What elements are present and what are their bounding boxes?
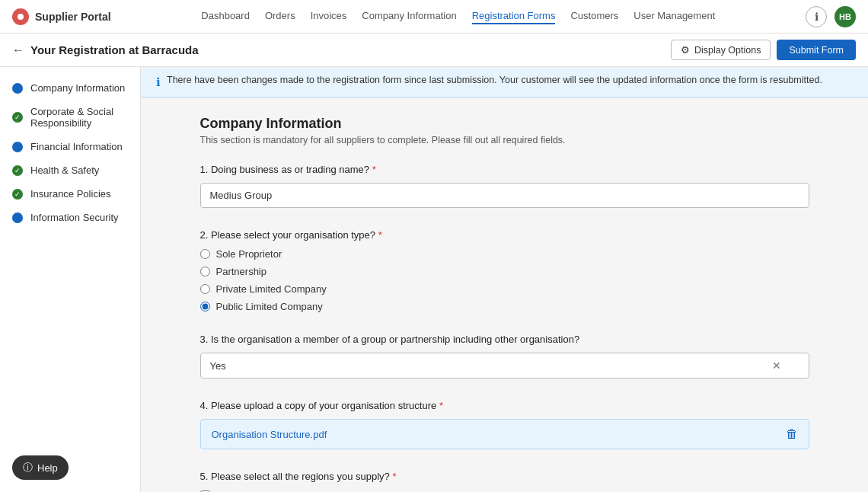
sub-header: ← Your Registration at Barracuda ⚙ Displ… [0, 34, 868, 67]
sidebar-status-dot [12, 165, 23, 176]
sub-header-left: ← Your Registration at Barracuda [12, 43, 199, 57]
sidebar-status-dot [12, 112, 23, 123]
sidebar-status-dot [12, 142, 23, 152]
clear-icon[interactable]: ✕ [772, 359, 781, 372]
form-area: Company Information This section is mand… [155, 97, 855, 492]
question-1-label: 1. Doing business as or trading name? * [200, 164, 809, 175]
display-options-button[interactable]: ⚙ Display Options [671, 40, 771, 60]
file-upload-area: Organisation Structure.pdf 🗑 [200, 419, 809, 449]
group-membership-select[interactable]: Yes ✕ [200, 353, 809, 379]
sidebar-status-dot [12, 212, 23, 223]
sidebar-item-financial-info[interactable]: Financial Information [0, 135, 140, 158]
nav-links: Dashboard Orders Invoices Company Inform… [129, 8, 787, 24]
nav-orders[interactable]: Orders [265, 8, 295, 24]
nav-company-info[interactable]: Company Information [362, 8, 456, 24]
sidebar-item-information-security[interactable]: Information Security [0, 206, 140, 229]
sidebar-item-company-information[interactable]: Company Information [0, 76, 140, 100]
question-3: 3. Is the organisation a member of a gro… [200, 334, 809, 379]
app-logo: Supplier Portal [12, 8, 111, 25]
question-2-label: 2. Please select your organisation type?… [200, 229, 809, 241]
sidebar-item-health-safety[interactable]: Health & Safety [0, 158, 140, 182]
sidebar-item-insurance-policies[interactable]: Insurance Policies [0, 182, 140, 206]
help-circle-icon: ⓘ [23, 461, 33, 474]
sidebar-status-dot [12, 83, 23, 94]
file-delete-icon[interactable]: 🗑 [786, 427, 798, 441]
radio-sole-proprietor[interactable]: Sole Proprietor [200, 248, 809, 260]
required-star: * [378, 229, 382, 241]
nav-actions: ℹ HB [806, 6, 856, 27]
radio-partnership[interactable]: Partnership [200, 266, 809, 277]
back-arrow-icon[interactable]: ← [12, 43, 24, 57]
help-label: Help [37, 462, 58, 474]
page-title: Your Registration at Barracuda [30, 43, 199, 56]
nav-registration-forms[interactable]: Registration Forms [472, 8, 556, 24]
question-1: 1. Doing business as or trading name? * [200, 164, 809, 208]
sidebar-item-corporate-social[interactable]: Corporate & Social Responsibility [0, 100, 140, 135]
nav-user-management[interactable]: User Management [633, 8, 715, 24]
nav-dashboard[interactable]: Dashboard [201, 8, 250, 24]
sidebar-label: Health & Safety [30, 165, 99, 176]
main-content: ℹ There have been changes made to the re… [141, 67, 868, 492]
sidebar-label: Company Information [30, 82, 125, 94]
info-icon-button[interactable]: ℹ [806, 6, 827, 27]
main-layout: Company Information Corporate & Social R… [0, 67, 868, 492]
logo-icon [12, 8, 29, 25]
file-link[interactable]: Organisation Structure.pdf [212, 429, 327, 440]
question-3-label: 3. Is the organisation a member of a gro… [200, 334, 809, 345]
required-star: * [372, 164, 376, 175]
alert-banner: ℹ There have been changes made to the re… [141, 67, 868, 97]
display-options-label: Display Options [694, 45, 761, 56]
required-star: * [392, 471, 396, 482]
question-2: 2. Please select your organisation type?… [200, 229, 809, 312]
nav-customers[interactable]: Customers [570, 8, 618, 24]
question-5-label: 5. Please select all the regions you sup… [200, 471, 809, 482]
required-star: * [439, 400, 443, 411]
sub-header-actions: ⚙ Display Options Submit Form [671, 40, 856, 60]
form-section-desc: This section is mandatory for all suppli… [200, 135, 809, 145]
alert-info-icon: ℹ [156, 75, 161, 89]
sidebar-label: Information Security [30, 212, 119, 223]
select-value: Yes [210, 360, 226, 372]
nav-invoices[interactable]: Invoices [311, 8, 347, 24]
avatar[interactable]: HB [834, 6, 856, 27]
organisation-type-radio-group: Sole Proprietor Partnership Private Limi… [200, 248, 809, 312]
form-section-title: Company Information [200, 116, 809, 132]
sidebar-status-dot [12, 189, 23, 200]
gear-icon: ⚙ [681, 44, 690, 56]
sidebar: Company Information Corporate & Social R… [0, 67, 141, 492]
sidebar-label: Insurance Policies [30, 188, 111, 200]
group-membership-select-wrapper: Yes ✕ [200, 353, 809, 379]
top-nav: Supplier Portal Dashboard Orders Invoice… [0, 0, 868, 34]
alert-message: There have been changes made to the regi… [167, 75, 822, 85]
sidebar-label: Financial Information [30, 141, 123, 152]
radio-public-limited[interactable]: Public Limited Company [200, 301, 809, 312]
submit-form-button[interactable]: Submit Form [777, 40, 856, 60]
question-5: 5. Please select all the regions you sup… [200, 471, 809, 492]
sidebar-label: Corporate & Social Responsibility [30, 106, 128, 129]
logo-text: Supplier Portal [35, 11, 111, 23]
help-button[interactable]: ⓘ Help [12, 455, 69, 480]
radio-private-limited[interactable]: Private Limited Company [200, 283, 809, 295]
question-4: 4. Please upload a copy of your organisa… [200, 400, 809, 449]
question-4-label: 4. Please upload a copy of your organisa… [200, 400, 809, 411]
trading-name-input[interactable] [200, 183, 809, 208]
